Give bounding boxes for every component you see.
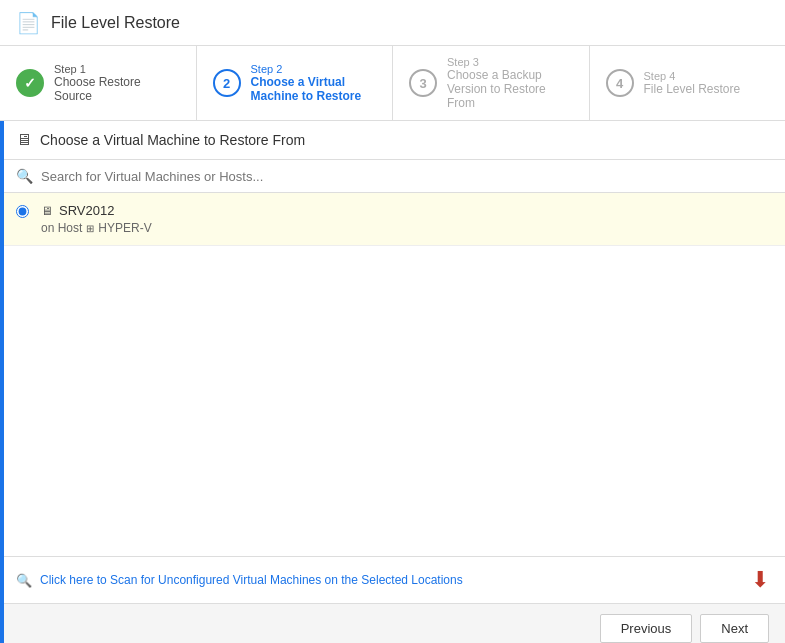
step-2-number: Step 2 xyxy=(251,63,377,75)
step-4-circle: 4 xyxy=(606,69,634,97)
search-bar[interactable]: 🔍 xyxy=(0,160,785,193)
step-4: 4 Step 4 File Level Restore xyxy=(590,46,786,120)
search-input[interactable] xyxy=(41,169,769,184)
step-4-text: Step 4 File Level Restore xyxy=(644,70,741,96)
monitor-icon: 🖥 xyxy=(16,131,32,149)
vm-host: on Host ⊞ HYPER-V xyxy=(41,221,152,235)
scan-bar[interactable]: 🔍 Click here to Scan for Unconfigured Vi… xyxy=(0,556,785,603)
download-arrow-icon: ⬇ xyxy=(751,567,769,593)
step-1-number: Step 1 xyxy=(54,63,180,75)
vm-info: 🖥 SRV2012 on Host ⊞ HYPER-V xyxy=(41,203,152,235)
left-accent-bar xyxy=(0,121,4,643)
step-4-label: File Level Restore xyxy=(644,82,741,96)
previous-button[interactable]: Previous xyxy=(600,614,693,643)
vm-host-name: HYPER-V xyxy=(98,221,151,235)
scan-text[interactable]: Click here to Scan for Unconfigured Virt… xyxy=(40,573,463,587)
empty-area xyxy=(0,246,785,486)
vm-monitor-icon: 🖥 xyxy=(41,204,53,218)
step-3-number: Step 3 xyxy=(447,56,573,68)
step-2: 2 Step 2 Choose a Virtual Machine to Res… xyxy=(197,46,394,120)
main-content: 🖥 Choose a Virtual Machine to Restore Fr… xyxy=(0,121,785,553)
hyperv-icon: ⊞ xyxy=(86,223,94,234)
step-1-text: Step 1 Choose Restore Source xyxy=(54,63,180,103)
step-4-number: Step 4 xyxy=(644,70,741,82)
vm-list-item[interactable]: 🖥 SRV2012 on Host ⊞ HYPER-V xyxy=(0,193,785,246)
dialog-title: File Level Restore xyxy=(51,14,180,32)
step-2-text: Step 2 Choose a Virtual Machine to Resto… xyxy=(251,63,377,103)
step-3: 3 Step 3 Choose a Backup Version to Rest… xyxy=(393,46,590,120)
step-1-circle: ✓ xyxy=(16,69,44,97)
section-header: 🖥 Choose a Virtual Machine to Restore Fr… xyxy=(0,121,785,160)
vm-name: 🖥 SRV2012 xyxy=(41,203,152,218)
scan-search-icon: 🔍 xyxy=(16,573,32,588)
steps-bar: ✓ Step 1 Choose Restore Source 2 Step 2 … xyxy=(0,46,785,121)
section-title: Choose a Virtual Machine to Restore From xyxy=(40,132,305,148)
main-wrapper: 🖥 Choose a Virtual Machine to Restore Fr… xyxy=(0,121,785,643)
dialog-header: 📄 File Level Restore xyxy=(0,0,785,46)
vm-list: 🖥 SRV2012 on Host ⊞ HYPER-V xyxy=(0,193,785,246)
step-2-label: Choose a Virtual Machine to Restore xyxy=(251,75,377,103)
step-2-circle: 2 xyxy=(213,69,241,97)
step-1-label: Choose Restore Source xyxy=(54,75,180,103)
file-restore-icon: 📄 xyxy=(16,11,41,35)
vm-host-label: on Host xyxy=(41,221,82,235)
vm-radio-srv2012[interactable] xyxy=(16,205,29,218)
step-3-label: Choose a Backup Version to Restore From xyxy=(447,68,573,110)
search-icon: 🔍 xyxy=(16,168,33,184)
footer: Previous Next xyxy=(0,603,785,643)
step-3-text: Step 3 Choose a Backup Version to Restor… xyxy=(447,56,573,110)
step-1: ✓ Step 1 Choose Restore Source xyxy=(0,46,197,120)
next-button[interactable]: Next xyxy=(700,614,769,643)
step-3-circle: 3 xyxy=(409,69,437,97)
vm-name-text: SRV2012 xyxy=(59,203,114,218)
